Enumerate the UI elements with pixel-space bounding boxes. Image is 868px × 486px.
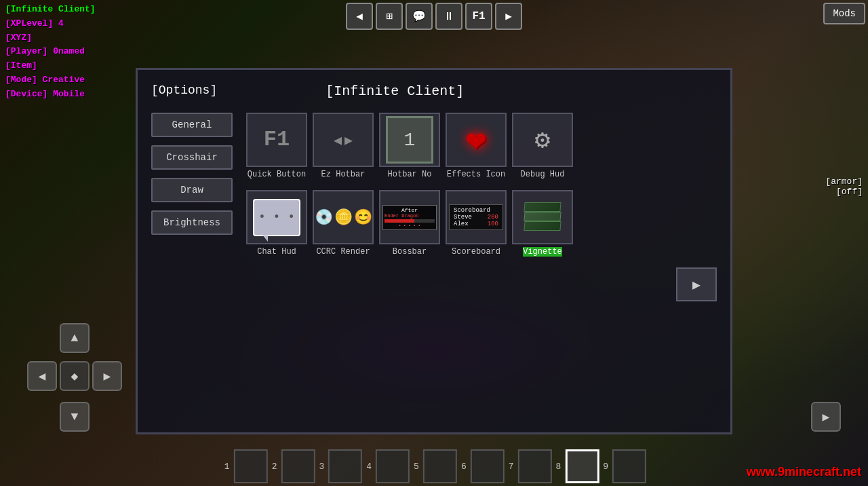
stack-layer-2 xyxy=(524,212,561,221)
disk-emoji-icon: 💿 xyxy=(315,208,333,227)
xp-level: [XPLevel] 4 xyxy=(5,17,96,31)
hotbar-slot-2-label: 2 xyxy=(269,462,280,472)
hotbar-slot-1-label: 1 xyxy=(222,462,233,472)
mode-info: [Mode] Creative xyxy=(5,73,96,88)
scoreboard-preview-icon: Scoreboard Steve 200 Alex 100 xyxy=(449,204,503,230)
panel-title: [Infinite Client] xyxy=(326,83,464,99)
hotbar-slot-8-label: 8 xyxy=(553,462,564,472)
hotbar-slot-9[interactable] xyxy=(612,449,646,483)
grid-content: F1 Quick Button ◀ ▶ Ez Hotbar xyxy=(246,113,717,301)
stack-layer-3 xyxy=(524,221,561,231)
emoji-icons: 💿 🪙 😊 xyxy=(315,208,372,227)
ez-hotbar-icon-box[interactable]: ◀ ▶ xyxy=(313,113,374,167)
chat-hud-icon-box[interactable]: • • • xyxy=(246,190,307,244)
scoreboard-cell: Scoreboard Steve 200 Alex 100 Scoreboard xyxy=(446,190,507,257)
stack-layer-1 xyxy=(524,202,561,212)
nav-pause-button[interactable]: ⏸ xyxy=(435,3,462,30)
hotbar-slot-5-label: 5 xyxy=(411,462,422,472)
hotbar-slot-7-label: 7 xyxy=(506,462,517,472)
nav-grid-button[interactable]: ⊞ xyxy=(376,3,403,30)
dpad-right: ▶ xyxy=(811,402,841,432)
item-info: [Item] xyxy=(5,59,96,73)
scoreboard-row-2: Alex 100 xyxy=(454,221,498,227)
wrench-icon: ⚙ xyxy=(535,124,551,155)
device-info: [Device] Mobile xyxy=(5,88,96,102)
debug-hud-label: Debug Hud xyxy=(521,170,565,179)
ccrc-render-icon-box[interactable]: 💿 🪙 😊 xyxy=(313,190,374,244)
vignette-icon-box[interactable] xyxy=(512,190,573,244)
player-name: [Player] 0named xyxy=(5,45,96,59)
dpad-down-button[interactable]: ▼ xyxy=(60,402,90,432)
game-info: [Infinite Client] [XPLevel] 4 [XYZ] [Pla… xyxy=(0,0,101,105)
heart-icon: ❤ xyxy=(466,119,486,161)
nav-chat-button[interactable]: 💬 xyxy=(406,3,433,30)
hotbar-slot-3[interactable] xyxy=(328,449,362,483)
dpad-left: ▲ ◀ ◆ ▶ ▼ xyxy=(27,323,122,432)
debug-hud-icon-box[interactable]: ⚙ xyxy=(512,113,573,167)
sidebar-item-crosshair[interactable]: Crosshair xyxy=(151,145,233,170)
dpad-up-button[interactable]: ▲ xyxy=(60,323,90,353)
bossbar-cell: After Ender Dragon • • • • • Bossbar xyxy=(379,190,440,257)
right-info: [armor] [off] xyxy=(825,176,863,197)
chat-bubble-icon: • • • xyxy=(253,199,300,236)
ccrc-render-cell: 💿 🪙 😊 CCRC Render xyxy=(313,190,374,257)
effects-icon-box[interactable]: ❤ xyxy=(446,113,507,167)
hotbar-slot-4[interactable] xyxy=(376,449,410,483)
nav-prev-button[interactable]: ◀ xyxy=(346,3,373,30)
hotbar-slot-1[interactable] xyxy=(234,449,268,483)
bossbar-bar xyxy=(384,219,435,223)
options-panel: [Options] [Infinite Client] General Cros… xyxy=(136,68,732,434)
bossbar-icon-box[interactable]: After Ender Dragon • • • • • xyxy=(379,190,440,244)
hotbar-slot-6[interactable] xyxy=(471,449,505,483)
sidebar-navigation: General Crosshair Draw Brightness xyxy=(151,113,233,301)
quick-button-label: Quick Button xyxy=(248,170,306,179)
bossbar-dots: • • • • • xyxy=(384,223,435,228)
sidebar-item-general[interactable]: General xyxy=(151,113,233,137)
stack-icon xyxy=(519,197,566,238)
hotbar-slot-2[interactable] xyxy=(281,449,315,483)
next-page-button[interactable]: ▶ xyxy=(676,267,717,301)
vignette-label[interactable]: Vignette xyxy=(523,247,562,257)
panel-header: [Options] [Infinite Client] xyxy=(151,83,717,99)
hotbar-slot-9-label: 9 xyxy=(600,462,611,472)
mods-button[interactable]: Mods xyxy=(823,3,865,24)
effects-icon-label: Effects Icon xyxy=(447,170,505,179)
hotbar-no-label: Hotbar No xyxy=(388,170,432,179)
sidebar-item-draw[interactable]: Draw xyxy=(151,178,233,202)
coin-emoji-icon: 🪙 xyxy=(334,208,353,227)
dpad-right-action-button[interactable]: ▶ xyxy=(811,402,841,432)
nav-f1-button[interactable]: F1 xyxy=(465,3,492,30)
scoreboard-label: Scoreboard xyxy=(452,247,500,257)
sb-name-1: Steve xyxy=(454,214,472,221)
scoreboard-icon-box[interactable]: Scoreboard Steve 200 Alex 100 xyxy=(446,190,507,244)
ccrc-render-label: CCRC Render xyxy=(316,247,370,257)
hotbar-no-icon-box[interactable]: 1 xyxy=(379,113,440,167)
dpad-center-button[interactable]: ◆ xyxy=(60,361,90,391)
bossbar-title: After xyxy=(384,207,435,213)
hotbar-slot-5[interactable] xyxy=(423,449,457,483)
f1-icon: F1 xyxy=(264,129,290,151)
sb-score-2: 100 xyxy=(488,221,498,227)
quick-button-icon-box[interactable]: F1 xyxy=(246,113,307,167)
effects-icon-cell: ❤ Effects Icon xyxy=(446,113,507,179)
nav-next-button[interactable]: ▶ xyxy=(495,3,522,30)
panel-options-label: [Options] xyxy=(151,83,217,99)
client-title: [Infinite Client] xyxy=(5,3,96,17)
icon-row-2: • • • Chat Hud 💿 🪙 😊 CCRC Render xyxy=(246,190,717,257)
scoreboard-title: Scoreboard xyxy=(454,207,498,214)
sb-name-2: Alex xyxy=(454,221,469,227)
off-label: [off] xyxy=(825,187,863,197)
hotbar-slot-8[interactable] xyxy=(565,449,599,483)
dpad-right-button[interactable]: ▶ xyxy=(92,361,122,391)
hotbar-slot-7[interactable] xyxy=(518,449,552,483)
dpad-left-button[interactable]: ◀ xyxy=(27,361,57,391)
vignette-cell: Vignette xyxy=(512,190,573,257)
hotbar-slot-3-label: 3 xyxy=(316,462,327,472)
scoreboard-row-1: Steve 200 xyxy=(454,214,498,221)
star-emoji-icon: 😊 xyxy=(354,208,372,227)
sidebar-item-brightness[interactable]: Brightness xyxy=(151,210,233,235)
bossbar-name: Ender Dragon xyxy=(384,213,435,219)
hotbar-slot-6-label: 6 xyxy=(458,462,469,472)
bossbar-preview-icon: After Ender Dragon • • • • • xyxy=(382,205,437,230)
pagination-row: ▶ xyxy=(246,262,717,301)
